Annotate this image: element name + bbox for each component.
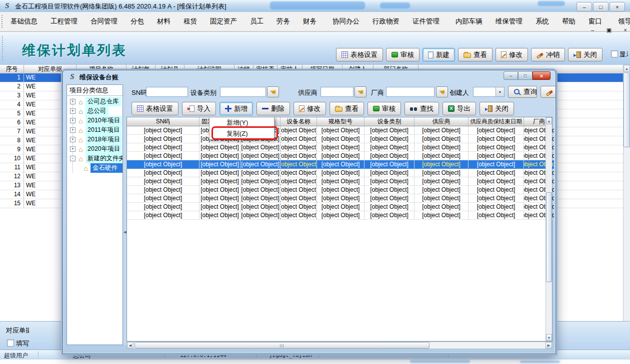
tree-expand-icon[interactable]: + — [70, 99, 76, 104]
page-toolbar-button[interactable]: 冲销 — [531, 48, 565, 61]
creator-dropdown[interactable]: ▼ — [473, 87, 504, 97]
equipment-row[interactable]: [object Object] [object Object] [object … — [127, 160, 552, 169]
menu-item[interactable]: 固定资产 — [204, 17, 244, 26]
equipment-row[interactable]: [object Object] [object Object] [object … — [127, 135, 552, 143]
menu-item[interactable]: 系统 — [529, 17, 556, 26]
tree-item-label[interactable]: 新建的文件夹 — [86, 154, 122, 163]
equipment-row[interactable]: [object Object] [object Object] [object … — [127, 126, 552, 135]
window-maximize-button[interactable]: □ — [593, 2, 608, 11]
dialog-toolbar-button[interactable]: 查找 — [404, 102, 439, 115]
dialog-toolbar-button[interactable]: 导出 — [442, 102, 476, 115]
tree-expand-icon[interactable]: + — [70, 108, 76, 114]
dialog-toolbar-button[interactable]: 导入 — [182, 102, 216, 115]
tree-item[interactable]: + 公司总仓库 — [67, 97, 122, 106]
menu-item[interactable]: 工程管理 — [44, 17, 84, 26]
page-toolbar-button[interactable]: 关闭 — [568, 48, 602, 61]
menu-item[interactable]: 协同办公 — [326, 17, 366, 26]
equipment-row[interactable]: [object Object] [object Object] [object … — [127, 152, 552, 160]
fill-checkbox[interactable] — [7, 340, 14, 347]
main-vertical-scrollbar[interactable]: ▲ ▼ — [623, 65, 630, 345]
tree-item[interactable]: - 新建的文件夹 — [67, 154, 122, 163]
menu-item[interactable]: 窗口 — [582, 17, 608, 26]
scrollbar-thumb[interactable] — [546, 192, 552, 282]
dialog-maximize-button[interactable]: □ — [518, 71, 532, 80]
tree-expand-icon[interactable]: + — [70, 137, 76, 142]
dialog-toolbar-button[interactable]: 表格设置 — [132, 102, 178, 115]
scrollbar-thumb[interactable]: ||| — [134, 342, 430, 349]
menu-item[interactable]: 帮助 — [556, 17, 582, 26]
dialog-toolbar-button[interactable]: 查看 — [330, 102, 364, 115]
dialog-toolbar-button[interactable]: 审核 — [368, 102, 401, 115]
tree-item[interactable]: 金石硬件 — [82, 163, 122, 173]
dialog-toolbar-button[interactable]: 删除 — [256, 102, 290, 115]
tree-expand-icon[interactable]: + — [70, 127, 76, 133]
dialog-minimize-button[interactable]: – — [504, 71, 518, 80]
page-toolbar-button[interactable]: 查看 — [458, 48, 492, 61]
tree-item-label[interactable]: 2011年项目 — [86, 125, 122, 135]
mdi-restore-icon[interactable]: ▣ — [606, 26, 612, 34]
menu-item[interactable]: 租赁 — [177, 17, 204, 26]
scrollbar-thumb[interactable] — [624, 72, 630, 147]
tree-expand-icon[interactable]: + — [70, 146, 76, 152]
tree-item[interactable]: + 2020年项目 — [67, 144, 122, 154]
menu-item[interactable]: 维保管理 — [489, 17, 529, 26]
equipment-row[interactable]: [object Object] [object Object] [object … — [127, 169, 552, 177]
equipment-row[interactable]: [object Object] [object Object] [object … — [127, 203, 552, 211]
menu-item[interactable]: 合同管理 — [84, 17, 124, 26]
tree-item-label[interactable]: 2020年项目 — [86, 144, 122, 154]
menu-item[interactable]: 员工 — [244, 17, 270, 26]
tree-item-label[interactable]: 2010年项目 — [86, 116, 122, 125]
dialog-toolbar-button[interactable]: 关闭 — [480, 102, 514, 115]
equipment-row[interactable]: [object Object] [object Object] [object … — [127, 143, 552, 152]
maker-picker-hand-icon[interactable] — [436, 86, 448, 97]
equipment-column-header[interactable]: SN码 — [127, 117, 200, 126]
page-toolbar-button[interactable]: 修改 — [496, 48, 528, 61]
maker-input[interactable] — [386, 87, 434, 97]
tree-item[interactable]: + 总公司 — [67, 106, 122, 116]
query-button[interactable]: 查询 — [508, 86, 537, 98]
toolbar-grip[interactable] — [2, 15, 4, 28]
equipment-row[interactable]: [object Object] [object Object] [object … — [127, 211, 552, 220]
supplier-input[interactable] — [320, 87, 354, 97]
supplier-picker-hand-icon[interactable] — [354, 86, 366, 97]
tree-expand-icon[interactable]: + — [70, 118, 76, 123]
equipment-column-header[interactable]: 设备类别 — [364, 117, 414, 126]
type-input[interactable] — [220, 87, 266, 97]
menu-item[interactable]: 行政物资 — [366, 17, 406, 26]
toolbar-grip[interactable] — [2, 36, 4, 61]
mdi-close-icon[interactable]: × — [624, 26, 627, 34]
tree-item[interactable]: + 2011年项目 — [67, 125, 122, 135]
menu-item[interactable]: 劳务 — [270, 17, 296, 26]
page-toolbar-button[interactable]: 审核 — [386, 48, 420, 61]
chevron-down-icon[interactable]: ▼ — [496, 87, 504, 96]
tree-item-label[interactable]: 总公司 — [86, 106, 108, 116]
show-checkbox[interactable] — [611, 50, 618, 57]
menu-item[interactable]: 分包 — [124, 17, 150, 26]
equipment-column-header[interactable]: 设备名称 — [280, 117, 317, 126]
scroll-right-icon[interactable]: ▶ — [546, 342, 552, 349]
dialog-toolbar-button[interactable]: 修改 — [294, 102, 326, 115]
mdi-minimize-icon[interactable]: – — [591, 26, 594, 34]
equipment-row[interactable]: [object Object] [object Object] [object … — [127, 194, 552, 203]
tree-item-label[interactable]: 金石硬件 — [90, 163, 122, 173]
scroll-down-icon[interactable]: ▼ — [546, 334, 552, 341]
equipment-row[interactable]: [object Object] [object Object] [object … — [127, 177, 552, 186]
menu-item[interactable]: 材料 — [150, 17, 177, 26]
tree-item[interactable]: + 2018年项目 — [67, 135, 122, 144]
menu-item[interactable]: 内部车辆 — [449, 17, 489, 26]
new-button-clipped[interactable]: 新增 — [540, 86, 556, 98]
menu-item[interactable]: 证件管理 — [406, 17, 446, 26]
equipment-column-header[interactable]: 供应商 — [414, 117, 468, 126]
menu-item[interactable]: 财务 — [296, 17, 323, 26]
dialog-title-bar[interactable]: 维保设备台账 – □ × — [63, 70, 556, 83]
page-toolbar-button[interactable]: 新建 — [422, 48, 455, 61]
type-picker-hand-icon[interactable] — [267, 86, 279, 97]
plan-list-column-header[interactable]: 序号 — [0, 65, 24, 73]
tree-item-label[interactable]: 公司总仓库 — [86, 97, 121, 106]
equipment-column-header[interactable]: 规格型号 — [317, 117, 364, 126]
scroll-left-icon[interactable]: ◀ — [127, 342, 134, 349]
sn-input[interactable] — [146, 87, 188, 97]
menu-item[interactable]: 领导查询 — [612, 17, 630, 26]
table-vertical-scrollbar[interactable]: ▲ ▼ — [546, 117, 552, 341]
page-toolbar-button[interactable]: 表格设置 — [336, 48, 383, 61]
